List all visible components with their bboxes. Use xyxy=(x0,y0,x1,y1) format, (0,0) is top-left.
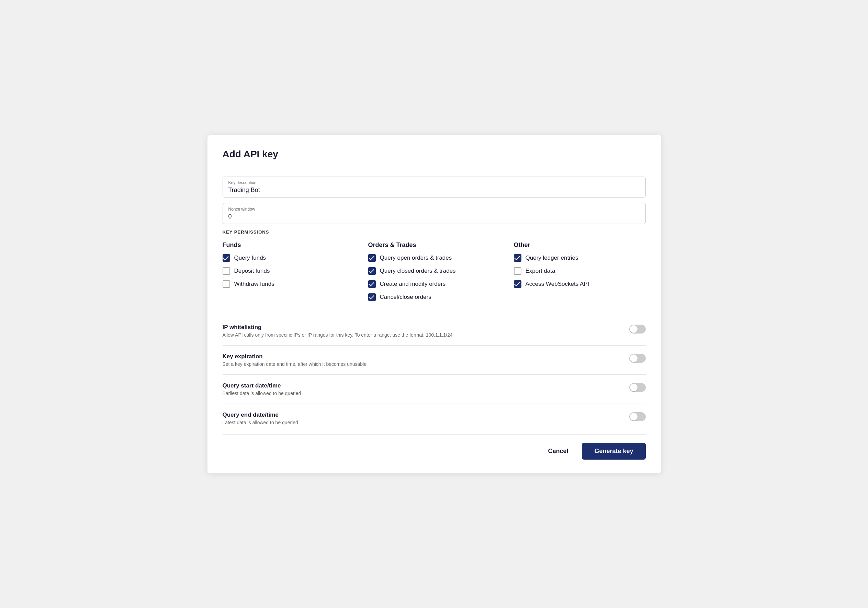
checkbox-websockets[interactable]: Access WebSockets API xyxy=(514,280,646,288)
cb-deposit-funds[interactable] xyxy=(223,267,230,275)
cb-query-ledger[interactable] xyxy=(514,254,521,262)
cb-websockets[interactable] xyxy=(514,280,521,288)
footer-row: Cancel Generate key xyxy=(223,434,646,460)
cb-withdraw-funds[interactable] xyxy=(223,280,230,288)
checkbox-query-open[interactable]: Query open orders & trades xyxy=(368,254,500,262)
label-create-modify: Create and modify orders xyxy=(380,281,446,287)
cb-query-closed[interactable] xyxy=(368,267,376,275)
orders-trades-col-title: Orders & Trades xyxy=(368,242,500,249)
key-description-field[interactable]: Key description Trading Bot xyxy=(223,177,646,197)
query-start-row: Query start date/time Earliest data is a… xyxy=(223,374,646,403)
label-websockets: Access WebSockets API xyxy=(525,281,589,287)
checkbox-create-modify[interactable]: Create and modify orders xyxy=(368,280,500,288)
checkbox-query-closed[interactable]: Query closed orders & trades xyxy=(368,267,500,275)
title-divider xyxy=(223,168,646,168)
query-start-desc: Earliest data is allowed to be queried xyxy=(223,391,301,396)
label-deposit-funds: Deposit funds xyxy=(234,268,270,275)
other-col-title: Other xyxy=(514,242,646,249)
ip-whitelisting-title: IP whitelisting xyxy=(223,324,453,331)
query-end-row: Query end date/time Latest data is allow… xyxy=(223,403,646,433)
label-query-funds: Query funds xyxy=(234,254,266,261)
ip-whitelisting-row: IP whitelisting Allow API calls only fro… xyxy=(223,316,646,345)
ip-whitelisting-toggle[interactable] xyxy=(629,325,646,333)
cb-export-data[interactable] xyxy=(514,267,521,275)
key-expiration-info: Key expiration Set a key expiration date… xyxy=(223,353,366,367)
checkbox-deposit-funds[interactable]: Deposit funds xyxy=(223,267,355,275)
query-end-desc: Latest data is allowed to be queried xyxy=(223,420,298,425)
key-expiration-desc: Set a key expiration date and time, afte… xyxy=(223,361,366,367)
query-start-title: Query start date/time xyxy=(223,382,301,389)
key-expiration-toggle[interactable] xyxy=(629,354,646,363)
cancel-button[interactable]: Cancel xyxy=(541,444,575,458)
cb-cancel-close[interactable] xyxy=(368,293,376,301)
query-start-info: Query start date/time Earliest data is a… xyxy=(223,382,301,396)
key-expiration-title: Key expiration xyxy=(223,353,366,360)
nonce-window-field[interactable]: Nonce window 0 xyxy=(223,203,646,224)
key-description-label: Key description xyxy=(228,180,640,185)
key-expiration-row: Key expiration Set a key expiration date… xyxy=(223,345,646,374)
funds-col-title: Funds xyxy=(223,242,355,249)
checkbox-query-funds[interactable]: Query funds xyxy=(223,254,355,262)
checkbox-export-data[interactable]: Export data xyxy=(514,267,646,275)
add-api-key-modal: Add API key Key description Trading Bot … xyxy=(208,135,661,473)
label-cancel-close: Cancel/close orders xyxy=(380,294,431,301)
ip-whitelisting-desc: Allow API calls only from specific IPs o… xyxy=(223,332,453,338)
label-withdraw-funds: Withdraw funds xyxy=(234,281,274,287)
cb-query-funds[interactable] xyxy=(223,254,230,262)
label-query-open: Query open orders & trades xyxy=(380,254,452,261)
query-start-toggle[interactable] xyxy=(629,383,646,392)
label-export-data: Export data xyxy=(525,268,555,275)
nonce-window-label: Nonce window xyxy=(228,207,640,212)
funds-column: Funds Query funds Deposit funds Withdraw… xyxy=(223,242,355,306)
other-column: Other Query ledger entries Export data A… xyxy=(514,242,646,306)
nonce-window-value: 0 xyxy=(228,213,640,220)
ip-whitelisting-info: IP whitelisting Allow API calls only fro… xyxy=(223,324,453,338)
cb-query-open[interactable] xyxy=(368,254,376,262)
query-end-title: Query end date/time xyxy=(223,411,298,419)
checkbox-cancel-close[interactable]: Cancel/close orders xyxy=(368,293,500,301)
label-query-closed: Query closed orders & trades xyxy=(380,268,456,275)
page-title: Add API key xyxy=(223,149,646,160)
checkbox-query-ledger[interactable]: Query ledger entries xyxy=(514,254,646,262)
query-end-info: Query end date/time Latest data is allow… xyxy=(223,411,298,425)
cb-create-modify[interactable] xyxy=(368,280,376,288)
orders-trades-column: Orders & Trades Query open orders & trad… xyxy=(368,242,500,306)
checkbox-withdraw-funds[interactable]: Withdraw funds xyxy=(223,280,355,288)
label-query-ledger: Query ledger entries xyxy=(525,254,578,261)
generate-key-button[interactable]: Generate key xyxy=(582,443,645,460)
permissions-section-title: KEY PERMISSIONS xyxy=(223,230,646,234)
permissions-grid: Funds Query funds Deposit funds Withdraw… xyxy=(223,242,646,306)
query-end-toggle[interactable] xyxy=(629,412,646,421)
key-description-value: Trading Bot xyxy=(228,186,640,194)
